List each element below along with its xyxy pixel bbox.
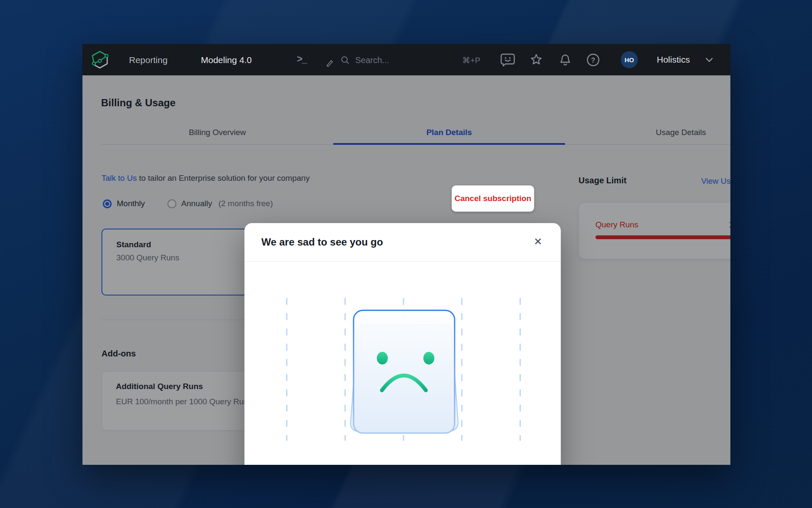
- modal-close-icon[interactable]: ✕: [534, 236, 542, 248]
- org-switcher[interactable]: Holistics: [657, 55, 690, 65]
- nav-item-modeling[interactable]: Modeling 4.0: [201, 55, 252, 65]
- modal-body: [244, 262, 561, 465]
- left-eye: [377, 352, 388, 364]
- billing-page: Billing & Usage Billing Overview Plan De…: [82, 75, 730, 465]
- user-avatar[interactable]: HO: [621, 51, 638, 68]
- search-icon[interactable]: [340, 55, 350, 65]
- modal-title: We are sad to see you go: [261, 236, 383, 248]
- help-icon[interactable]: ?: [587, 53, 600, 66]
- cancel-subscription-modal: We are sad to see you go ✕: [244, 223, 561, 465]
- sad-card-illustration: [244, 262, 561, 465]
- search-shortcut-hint: ⌘+P: [462, 55, 480, 65]
- top-navbar: Reporting Modeling 4.0 >_ Search... ⌘+P: [82, 44, 730, 75]
- cancel-subscription-button[interactable]: Cancel subscription: [452, 185, 534, 212]
- right-eye: [423, 352, 434, 364]
- chevron-down-icon: [705, 57, 713, 63]
- notifications-bell-icon[interactable]: [560, 54, 571, 66]
- sql-terminal-icon[interactable]: >_: [297, 53, 306, 65]
- modal-header: We are sad to see you go ✕: [244, 223, 561, 262]
- front-card: [354, 310, 455, 433]
- pen-icon[interactable]: [326, 59, 333, 67]
- app-window: Reporting Modeling 4.0 >_ Search... ⌘+P: [82, 44, 730, 465]
- search-input[interactable]: Search...: [355, 55, 389, 65]
- favorites-star-icon[interactable]: [530, 53, 543, 66]
- svg-text:?: ?: [591, 57, 595, 64]
- holistics-logo-icon[interactable]: [91, 50, 109, 69]
- feedback-chat-icon[interactable]: [500, 53, 515, 67]
- nav-item-reporting[interactable]: Reporting: [129, 55, 167, 65]
